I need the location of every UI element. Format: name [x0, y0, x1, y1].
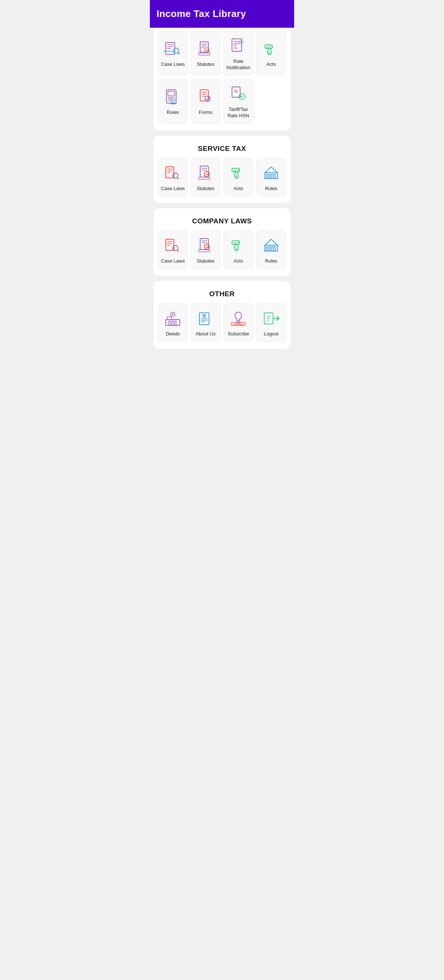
- case-laws-cl-icon: [163, 236, 182, 255]
- acts-cl-label: Acts: [234, 258, 243, 264]
- acts-st-label: Acts: [234, 186, 243, 192]
- svg-rect-80: [274, 247, 276, 251]
- svg-text:%: %: [234, 46, 237, 50]
- svg-line-5: [178, 52, 180, 54]
- svg-point-75: [236, 248, 237, 249]
- service-tax-title: SERVICE TAX: [157, 139, 287, 156]
- svg-point-97: [203, 315, 205, 317]
- svg-point-54: [236, 175, 237, 176]
- other-grid: Deeds About Us: [157, 302, 287, 344]
- partial-top-section: Case Laws Statutes: [153, 28, 291, 130]
- svg-text:%: %: [234, 89, 238, 94]
- case-laws-icon: [163, 39, 182, 59]
- tariff-top-icon: %: [228, 84, 248, 103]
- company-laws-section: COMPANY LAWS Case Laws: [153, 208, 291, 276]
- statutes-cl-icon: [196, 236, 216, 255]
- svg-point-35: [205, 96, 210, 101]
- svg-rect-77: [267, 247, 268, 251]
- statutes-st-label: Statutes: [197, 186, 215, 192]
- grid-item-case-laws-st[interactable]: Case Laws: [158, 158, 188, 197]
- grid-item-rules-st[interactable]: Rules: [256, 158, 286, 197]
- app-header: Income Tax Library: [150, 0, 294, 28]
- rules-top-label: Rules: [167, 110, 179, 116]
- svg-rect-59: [274, 174, 276, 179]
- subscribe-label: Subscribe: [228, 331, 249, 337]
- svg-rect-86: [172, 321, 173, 325]
- svg-text:SUBSCRIBE: SUBSCRIBE: [233, 323, 244, 325]
- rules-top-icon: [163, 87, 182, 107]
- rules-cl-icon: [262, 236, 281, 255]
- grid-item-case-laws-top[interactable]: Case Laws: [158, 31, 188, 76]
- statutes-top-label: Statutes: [197, 61, 215, 68]
- rate-notification-top-label: Rate Notification: [225, 59, 252, 71]
- grid-item-acts-top[interactable]: ACT Acts: [256, 31, 286, 76]
- svg-marker-60: [265, 167, 278, 173]
- case-laws-cl-label: Case Laws: [161, 258, 185, 264]
- grid-item-statutes-st[interactable]: Statutes: [191, 158, 221, 197]
- deeds-icon: [163, 309, 182, 328]
- svg-rect-56: [267, 174, 268, 179]
- svg-line-67: [177, 250, 179, 252]
- other-section: OTHER Deeds: [153, 281, 291, 349]
- svg-line-46: [177, 178, 179, 179]
- statutes-icon: [196, 39, 216, 59]
- svg-text:ACT: ACT: [233, 169, 240, 172]
- svg-rect-85: [169, 321, 170, 325]
- svg-rect-83: [166, 320, 180, 325]
- rules-st-label: Rules: [265, 186, 277, 192]
- grid-item-statutes-top[interactable]: Statutes: [191, 31, 221, 76]
- grid-item-about-us[interactable]: About Us: [191, 303, 221, 342]
- grid-item-case-laws-cl[interactable]: Case Laws: [158, 231, 188, 269]
- grid-item-rules-top[interactable]: Rules: [158, 79, 188, 124]
- grid-item-deeds[interactable]: Deeds: [158, 303, 188, 342]
- case-laws-top-label: Case Laws: [161, 61, 185, 68]
- about-us-label: About Us: [196, 331, 216, 337]
- grid-item-rate-notification-top[interactable]: % ! Rate Notification: [224, 31, 254, 76]
- service-tax-section: SERVICE TAX Case Laws: [153, 136, 291, 204]
- grid-item-subscribe[interactable]: SUBSCRIBE Subscribe: [224, 303, 254, 342]
- company-laws-grid: Case Laws Statutes ACT: [157, 229, 287, 271]
- acts-cl-icon: ACT: [228, 236, 248, 255]
- forms-top-label: Forms: [199, 110, 212, 116]
- logout-label: Logout: [264, 331, 279, 337]
- svg-point-18: [240, 40, 244, 44]
- grid-item-tariff-top[interactable]: % Tariff/Tax Rate HSN: [224, 79, 254, 124]
- rules-cl-label: Rules: [265, 258, 277, 264]
- svg-text:!: !: [241, 41, 241, 44]
- acts-top-icon: ACT: [262, 39, 281, 59]
- grid-item-logout[interactable]: Logout: [256, 303, 286, 342]
- grid-item-forms-top[interactable]: Forms: [191, 79, 221, 124]
- svg-rect-24: [168, 91, 175, 96]
- grid-item-rules-cl[interactable]: Rules: [256, 231, 286, 269]
- case-laws-st-label: Case Laws: [161, 186, 185, 192]
- svg-rect-78: [269, 247, 270, 251]
- svg-rect-57: [269, 174, 270, 179]
- svg-text:ACT: ACT: [233, 241, 240, 245]
- about-us-icon: [196, 309, 216, 328]
- tariff-top-label: Tariff/Tax Rate HSN: [225, 107, 252, 119]
- forms-top-icon: [196, 87, 216, 107]
- acts-top-label: Acts: [267, 61, 276, 68]
- deeds-label: Deeds: [166, 331, 180, 337]
- case-laws-st-icon: [163, 164, 182, 183]
- grid-item-acts-st[interactable]: ACT Acts: [224, 158, 254, 197]
- rate-notification-icon: % !: [228, 36, 248, 56]
- acts-st-icon: ACT: [228, 164, 248, 183]
- app-title: Income Tax Library: [157, 8, 246, 19]
- svg-rect-58: [272, 174, 273, 179]
- service-tax-grid: Case Laws Statutes ACT: [157, 156, 287, 198]
- grid-item-acts-cl[interactable]: ACT Acts: [224, 231, 254, 269]
- svg-rect-7: [200, 42, 208, 53]
- company-laws-title: COMPANY LAWS: [157, 211, 287, 229]
- statutes-st-icon: [196, 164, 216, 183]
- other-title: OTHER: [157, 284, 287, 302]
- svg-marker-81: [265, 239, 278, 245]
- subscribe-icon: SUBSCRIBE: [228, 309, 248, 328]
- svg-text:ACT: ACT: [266, 45, 273, 49]
- partial-top-grid: Case Laws Statutes: [157, 29, 287, 126]
- grid-item-statutes-cl[interactable]: Statutes: [191, 231, 221, 269]
- rules-st-icon: [262, 164, 281, 183]
- statutes-cl-label: Statutes: [197, 258, 215, 264]
- svg-point-22: [268, 52, 269, 53]
- svg-rect-79: [272, 247, 273, 251]
